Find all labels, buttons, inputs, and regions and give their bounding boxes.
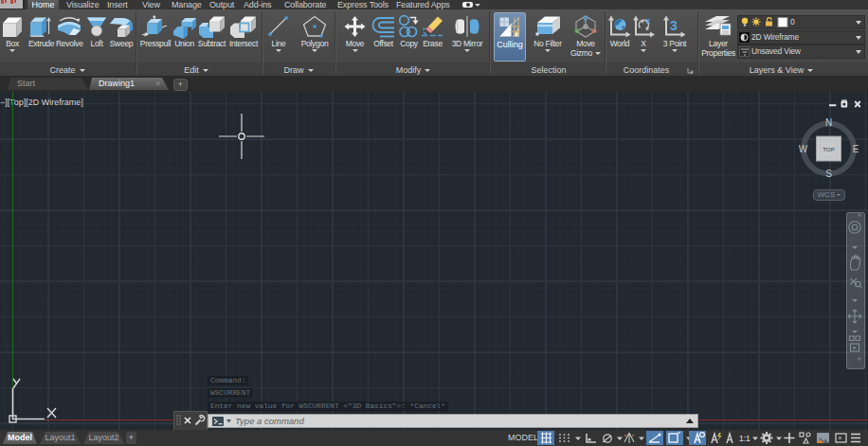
svg-text:W: W (799, 144, 808, 154)
svg-text:E: E (853, 144, 859, 154)
svg-text:3: 3 (670, 18, 678, 33)
svg-text:TOP: TOP (823, 146, 835, 152)
svg-text:x: x (646, 16, 651, 26)
svg-text:N: N (825, 117, 832, 128)
svg-text:1:1: 1:1 (739, 434, 750, 443)
svg-text:S: S (825, 169, 832, 178)
